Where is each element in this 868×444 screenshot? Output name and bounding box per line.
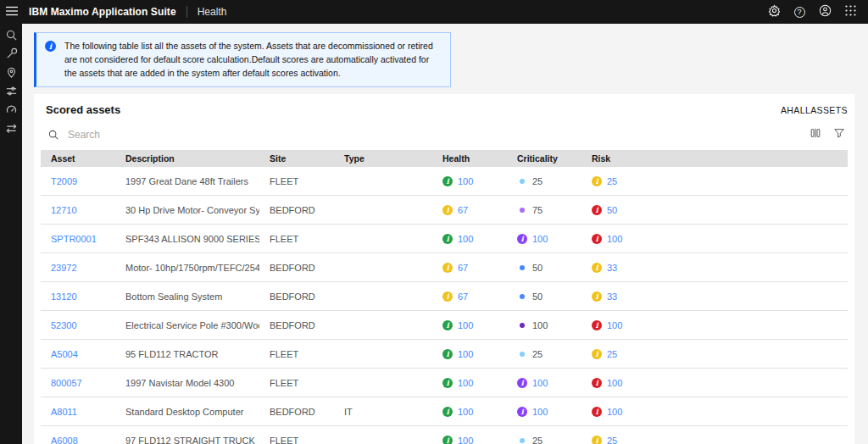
asset-site: FLEET [259, 349, 334, 359]
asset-link[interactable]: 12710 [51, 205, 77, 215]
app-switcher-icon [845, 4, 856, 19]
health-score-value[interactable]: 67 [458, 263, 468, 273]
criticality-score-icon [520, 323, 525, 328]
health-score-icon [442, 234, 453, 244]
user-profile-button[interactable] [812, 0, 837, 24]
asset-link[interactable]: A8011 [51, 407, 77, 417]
health-score-value[interactable]: 100 [458, 407, 473, 417]
search-icon [47, 129, 59, 141]
hamburger-menu-button[interactable] [0, 0, 24, 24]
health-score-value[interactable]: 100 [458, 436, 473, 444]
health-score-value[interactable]: 100 [458, 176, 473, 186]
column-header-description: Description [115, 153, 259, 164]
rail-search-button[interactable] [0, 27, 22, 46]
table-row: A5004 95 FLD112 TRACTOR FLEET 100 25 25 [41, 340, 848, 369]
criticality-score-icon [520, 294, 525, 299]
health-score-icon [442, 349, 453, 359]
table-header-row: Asset Description Site Type Health Criti… [41, 150, 848, 167]
asset-link[interactable]: SPTR0001 [51, 234, 97, 244]
asset-link[interactable]: 13120 [51, 291, 77, 302]
criticality-score-value[interactable]: 50 [532, 291, 542, 302]
column-header-health: Health [432, 153, 507, 164]
asset-site: FLEET [259, 176, 334, 186]
health-score-icon [442, 263, 453, 273]
asset-site: BEDFORD [259, 320, 334, 330]
health-score-value[interactable]: 67 [458, 205, 468, 215]
risk-score-value[interactable]: 100 [607, 234, 622, 244]
gear-icon [768, 4, 781, 20]
column-settings-button[interactable] [804, 123, 827, 147]
column-header-criticality: Criticality [507, 153, 581, 164]
risk-score-value[interactable]: 100 [607, 320, 622, 330]
risk-score-value[interactable]: 25 [607, 176, 617, 186]
criticality-score-value[interactable]: 75 [532, 205, 542, 215]
rail-tools-button[interactable] [0, 46, 22, 64]
filter-icon [833, 127, 845, 142]
risk-score-icon [592, 407, 602, 417]
asset-link[interactable]: A6008 [51, 436, 78, 444]
asset-link[interactable]: 800057 [51, 378, 82, 388]
risk-score-value[interactable]: 33 [607, 263, 617, 273]
table-row: 13120 Bottom Sealing System BEDFORD 67 5… [41, 282, 848, 311]
risk-score-icon [592, 205, 602, 215]
filter-button[interactable] [827, 123, 851, 147]
column-header-site: Site [259, 153, 334, 164]
risk-score-value[interactable]: 100 [607, 378, 622, 388]
criticality-score-value[interactable]: 100 [532, 407, 548, 417]
search-input[interactable] [68, 129, 804, 141]
rail-location-button[interactable] [0, 64, 22, 83]
asset-link[interactable]: 52300 [51, 320, 77, 330]
criticality-score-value[interactable]: 100 [532, 234, 548, 244]
table-toolbar [34, 121, 854, 148]
column-settings-icon [810, 127, 821, 142]
app-switcher-button[interactable] [837, 0, 863, 24]
column-header-type: Type [334, 153, 432, 164]
column-header-asset: Asset [41, 153, 115, 164]
health-score-icon [442, 320, 453, 330]
asset-description: 1997 Navistar Model 4300 [115, 378, 259, 388]
asset-link[interactable]: T2009 [51, 176, 77, 186]
criticality-score-icon [520, 438, 525, 443]
asset-site: BEDFORD [259, 407, 334, 417]
risk-score-value[interactable]: 50 [607, 205, 617, 215]
health-score-value[interactable]: 67 [458, 291, 468, 302]
asset-site: BEDFORD [259, 205, 334, 215]
rail-settings-adjust-button[interactable] [0, 120, 22, 139]
table-row: T2009 1997 Great Dane 48ft Trailers FLEE… [41, 167, 848, 196]
table-row: 800057 1997 Navistar Model 4300 FLEET 10… [41, 369, 848, 397]
asset-description: Standard Desktop Computer [115, 407, 259, 417]
asset-description: 30 Hp Drive Motor- Conveyor System #2 [115, 205, 259, 215]
asset-site: FLEET [259, 234, 334, 244]
tools-icon [5, 47, 18, 64]
criticality-score-value[interactable]: 25 [532, 176, 542, 186]
settings-button[interactable] [761, 0, 787, 24]
health-score-value[interactable]: 100 [458, 234, 473, 244]
table-row: 23972 Motor- 10hp/1750rpm/TEFC/254T Fra.… [41, 253, 848, 282]
asset-link[interactable]: A5004 [51, 349, 78, 359]
risk-score-value[interactable]: 25 [607, 436, 617, 444]
location-pin-icon [5, 66, 18, 82]
health-score-value[interactable]: 100 [458, 378, 473, 388]
hamburger-icon [6, 4, 18, 19]
criticality-score-value[interactable]: 50 [532, 263, 542, 273]
criticality-score-value[interactable]: 25 [532, 349, 542, 359]
criticality-score-value[interactable]: 100 [532, 320, 548, 330]
asset-site: FLEET [259, 436, 334, 444]
health-score-value[interactable]: 100 [458, 320, 473, 330]
help-icon: ? [794, 7, 805, 18]
asset-link[interactable]: 23972 [51, 263, 77, 273]
health-score-value[interactable]: 100 [458, 349, 473, 359]
rail-gauge-button[interactable] [0, 102, 22, 120]
app-root: IBM Maximo Application Suite Health ? [0, 0, 868, 444]
risk-score-value[interactable]: 33 [607, 291, 617, 302]
criticality-score-value[interactable]: 100 [532, 378, 548, 388]
rail-sliders-button[interactable] [0, 83, 22, 102]
user-avatar-icon [819, 4, 832, 20]
risk-score-value[interactable]: 100 [607, 407, 622, 417]
asset-site: BEDFORD [259, 291, 334, 302]
criticality-score-icon [520, 208, 525, 213]
risk-score-value[interactable]: 25 [607, 349, 617, 359]
criticality-score-value[interactable]: 25 [532, 436, 542, 444]
help-button[interactable]: ? [787, 0, 812, 24]
asset-description: 1997 Great Dane 48ft Trailers [115, 176, 259, 186]
